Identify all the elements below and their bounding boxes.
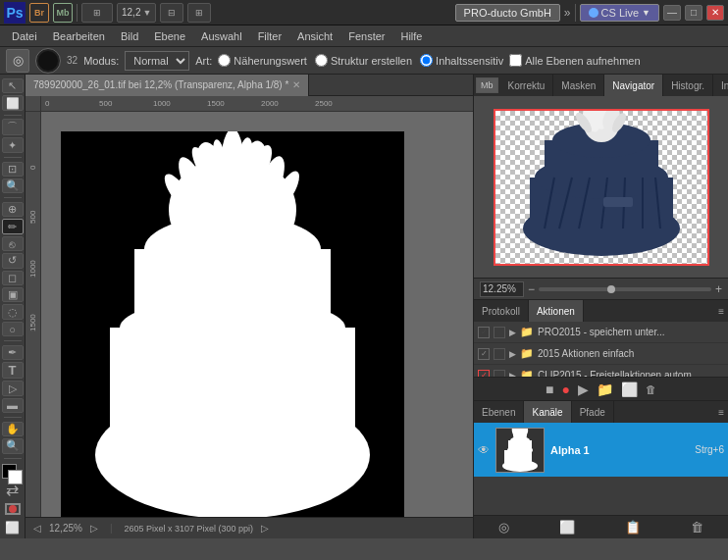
- delete-channel-btn[interactable]: 🗑: [691, 520, 703, 535]
- action-check-2a[interactable]: ✓: [478, 348, 490, 360]
- action-check-2b[interactable]: [494, 348, 505, 360]
- color-boxes[interactable]: [2, 464, 24, 479]
- tab-close-btn[interactable]: ✕: [292, 79, 300, 90]
- cs-live-button[interactable]: CS Live ▼: [580, 4, 659, 22]
- minimize-button[interactable]: —: [663, 5, 681, 21]
- menu-auswahl[interactable]: Auswahl: [193, 28, 250, 44]
- play-btn[interactable]: ▶: [578, 382, 589, 397]
- document-tab[interactable]: 789920000_26_01.tif bei 12,2% (Transpare…: [26, 75, 309, 96]
- navigator-image[interactable]: [494, 109, 709, 266]
- actions-menu-btn[interactable]: ≡: [714, 306, 728, 317]
- minibride-badge[interactable]: Mb: [53, 3, 73, 23]
- mb-badge-btn[interactable]: Mb: [476, 77, 498, 93]
- alpha1-channel-row[interactable]: 👁: [474, 423, 728, 477]
- bridge-badge[interactable]: Br: [29, 3, 49, 23]
- blur-tool[interactable]: ◌: [2, 304, 24, 319]
- pro-ducto-button[interactable]: PRO-ducto GmbH: [455, 4, 560, 22]
- zoom-in-btn[interactable]: +: [715, 282, 722, 296]
- radio-naherungswert[interactable]: Näherungswert: [218, 54, 307, 67]
- type-tool[interactable]: T: [2, 362, 24, 379]
- tab-kanaele[interactable]: Kanäle: [524, 401, 571, 423]
- status-arrow-btn[interactable]: ▷: [261, 523, 269, 534]
- radio-struktur[interactable]: Struktur erstellen: [315, 54, 412, 67]
- new-action-btn[interactable]: ⬜: [621, 382, 638, 397]
- marquee-tool[interactable]: ⬜: [2, 95, 24, 110]
- zoom-out-btn[interactable]: −: [528, 282, 535, 296]
- menu-hilfe[interactable]: Hilfe: [392, 28, 430, 44]
- path-selection-tool[interactable]: ▷: [2, 381, 24, 395]
- record-btn[interactable]: ●: [562, 382, 570, 397]
- gradient-tool[interactable]: ▣: [2, 287, 24, 302]
- view-mode[interactable]: ⊟: [160, 3, 183, 23]
- menu-ebene[interactable]: Ebene: [146, 28, 193, 44]
- view-options[interactable]: ⊞: [81, 3, 113, 23]
- stop-btn[interactable]: ■: [546, 382, 553, 397]
- zoom-input-field[interactable]: [480, 281, 524, 297]
- clone-stamp-tool[interactable]: ⎋: [2, 236, 24, 251]
- lasso-tool[interactable]: ⌒: [2, 119, 24, 135]
- channel-visibility-toggle[interactable]: 👁: [478, 443, 490, 457]
- alle-ebenen-checkbox[interactable]: Alle Ebenen aufnehmen: [509, 54, 640, 67]
- radio-inhaltssensitiv[interactable]: Inhaltssensitiv: [420, 54, 503, 67]
- move-tool[interactable]: ↖: [2, 78, 24, 93]
- menu-ansicht[interactable]: Ansicht: [289, 28, 340, 44]
- more-button[interactable]: »: [564, 6, 571, 20]
- save-selection-btn[interactable]: ⬜: [559, 520, 575, 535]
- eyedropper-tool[interactable]: 🔍: [2, 178, 24, 193]
- action-check-1a[interactable]: ✓: [478, 327, 490, 338]
- background-color[interactable]: [8, 470, 23, 484]
- status-back-btn[interactable]: ◁: [33, 523, 41, 534]
- dodge-tool[interactable]: ○: [2, 322, 24, 336]
- tab-aktionen[interactable]: Aktionen: [529, 300, 584, 322]
- layers-menu-btn[interactable]: ≡: [714, 407, 728, 418]
- tab-ebenen[interactable]: Ebenen: [474, 401, 524, 423]
- tab-pfade[interactable]: Pfade: [572, 401, 614, 423]
- tab-histogramm[interactable]: Histogr.: [663, 75, 713, 96]
- menu-datei[interactable]: Datei: [4, 28, 45, 44]
- tab-info[interactable]: Info: [713, 75, 728, 96]
- action-expand-2[interactable]: ▶: [509, 349, 516, 359]
- tab-masken[interactable]: Masken: [553, 75, 604, 96]
- hand-tool[interactable]: ✋: [2, 422, 24, 436]
- crop-tool[interactable]: ⊡: [2, 162, 24, 177]
- action-check-1b[interactable]: [494, 327, 505, 338]
- menu-bearbeiten[interactable]: Bearbeiten: [45, 28, 113, 44]
- close-button[interactable]: ✕: [706, 5, 724, 21]
- zoom-thumb[interactable]: [607, 285, 615, 293]
- action-check-3b[interactable]: [494, 370, 505, 378]
- new-set-btn[interactable]: 📁: [597, 382, 613, 397]
- action-check-3a[interactable]: ✓: [478, 370, 490, 378]
- magic-wand-tool[interactable]: ✦: [2, 137, 24, 152]
- canvas[interactable]: [41, 112, 473, 517]
- healing-tool[interactable]: ⊕: [2, 202, 24, 217]
- tab-protokoll[interactable]: Protokoll: [474, 300, 529, 322]
- status-forward-btn[interactable]: ▷: [90, 523, 98, 534]
- brush-tool[interactable]: ✏: [2, 219, 24, 233]
- menu-bild[interactable]: Bild: [113, 28, 146, 44]
- zoom-tool[interactable]: 🔍: [2, 438, 24, 453]
- action-expand-1[interactable]: ▶: [509, 328, 516, 337]
- action-row-1[interactable]: ✓ ▶ 📁 PRO2015 - speichern unter...: [474, 322, 728, 343]
- healing-brush-tool[interactable]: ◎: [6, 49, 29, 73]
- new-channel-btn[interactable]: 📋: [625, 520, 641, 535]
- history-brush-tool[interactable]: ↺: [2, 253, 24, 268]
- menu-filter[interactable]: Filter: [250, 28, 289, 44]
- screen-mode[interactable]: ⊞: [187, 3, 211, 23]
- action-row-2[interactable]: ✓ ▶ 📁 2015 Aktionen einfach: [474, 343, 728, 365]
- tab-navigator[interactable]: Navigator: [604, 75, 663, 96]
- eraser-tool[interactable]: ◻: [2, 271, 24, 285]
- delete-action-btn[interactable]: 🗑: [646, 383, 656, 395]
- shape-tool[interactable]: ▬: [2, 398, 24, 413]
- menu-fenster[interactable]: Fenster: [340, 28, 392, 44]
- screen-mode-btn[interactable]: ⬜: [5, 521, 20, 535]
- modus-dropdown[interactable]: Normal: [125, 51, 189, 71]
- pen-tool[interactable]: ✒: [2, 345, 24, 360]
- size-control[interactable]: 12,2 ▼: [117, 3, 156, 23]
- tab-korrekturen[interactable]: Korrektu: [500, 75, 554, 96]
- brush-preview[interactable]: [35, 48, 61, 74]
- action-row-3[interactable]: ✓ ▶ 📁 CLIP2015 - Freistellaktionen autom…: [474, 365, 728, 377]
- maximize-button[interactable]: □: [685, 5, 702, 21]
- load-channel-btn[interactable]: ◎: [498, 520, 509, 535]
- zoom-slider[interactable]: [539, 287, 711, 291]
- quick-mask-mode[interactable]: [5, 503, 21, 515]
